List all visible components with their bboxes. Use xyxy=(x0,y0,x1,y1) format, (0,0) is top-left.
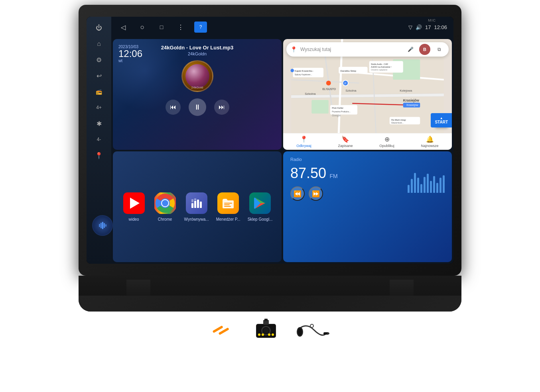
svg-text:Google: Google xyxy=(332,114,341,117)
app-label-play-store: Sklep Googl... xyxy=(248,217,273,221)
maps-search-input[interactable]: Wyszukaj tutaj xyxy=(300,47,402,52)
artist-name: 24kGoldn xyxy=(188,51,207,56)
app-item-files[interactable]: Menedżer P... xyxy=(216,192,240,221)
svg-point-68 xyxy=(272,333,274,336)
radio-content: 87.50 FM ⏪ ⏩ xyxy=(290,165,445,201)
wifi-icon: ▽ xyxy=(408,24,412,30)
radio-frequency-area: 87.50 FM ⏪ ⏩ xyxy=(290,165,401,201)
svg-text:Strefa Audio - CAR: Strefa Audio - CAR xyxy=(371,63,388,65)
svg-text:Kajaki Krasieńka -: Kajaki Krasieńka - xyxy=(295,70,314,72)
volume-status-icon: 🔊 xyxy=(416,24,422,30)
maps-nav-najnowsze[interactable]: 🔔 Najnowsze xyxy=(421,135,439,148)
maps-pin-icon: 📍 xyxy=(290,46,297,53)
svg-point-64 xyxy=(263,328,269,333)
device-body: MIC ⏻ ⌂ ⚙ ↩ 📻 4+ ✱ 4- 📍 ◁ ○ □ ⋮ ? xyxy=(79,5,461,276)
wave-bar-8 xyxy=(430,181,432,193)
radio-freq-value: 87.50 xyxy=(290,165,326,181)
main-content: 2023/10/03 12:06 wt 24kGoldn - Love Or L… xyxy=(111,37,453,264)
youtube-icon xyxy=(123,192,145,214)
maps-user-avatar[interactable]: B xyxy=(419,44,430,55)
volume-up-icon[interactable]: 4+ xyxy=(92,100,106,115)
svg-text:Danielka Sklep: Danielka Sklep xyxy=(341,70,357,72)
svg-rect-54 xyxy=(101,223,102,228)
maps-nav-zapisane[interactable]: 🔖 Zapisane xyxy=(338,135,353,148)
app-item-equalizer[interactable]: Wyrównywа... xyxy=(184,192,209,221)
back-icon[interactable]: ↩ xyxy=(92,69,106,83)
radio-frequency-display: 87.50 FM xyxy=(290,165,401,182)
microphone-cable xyxy=(294,318,330,342)
day-display: wt xyxy=(118,59,142,63)
play-pause-button[interactable]: ⏸ xyxy=(189,98,206,116)
battery-level: 17 xyxy=(425,24,431,30)
mic-label: MIC xyxy=(428,18,436,22)
svg-rect-48 xyxy=(191,199,193,202)
maps-mic-button[interactable]: 🎤 xyxy=(405,44,416,55)
svg-rect-70 xyxy=(264,319,268,321)
power-icon[interactable]: ⏻ xyxy=(92,21,106,35)
prev-track-button[interactable]: ⏮ xyxy=(166,100,181,115)
app-item-play-store[interactable]: Sklep Googl... xyxy=(248,192,273,221)
volume-down-icon[interactable]: 4- xyxy=(92,132,106,147)
saved-icon: 🔖 xyxy=(341,135,349,143)
radio-prev-button[interactable]: ⏪ xyxy=(290,186,305,201)
pry-tools xyxy=(210,320,238,340)
nav-bar: ◁ ○ □ ⋮ ? ▽ 🔊 17 12:06 xyxy=(111,17,453,37)
bluetooth-icon[interactable]: ✱ xyxy=(92,116,106,131)
apps-panel: wideo xyxy=(113,151,282,262)
map-start-button[interactable]: ▲ START xyxy=(431,113,452,127)
play-store-icon xyxy=(249,192,271,214)
music-panel: 2023/10/03 12:06 wt 24kGoldn - Love Or L… xyxy=(113,39,282,150)
maps-shortcut-icon[interactable]: ? xyxy=(194,22,207,33)
maps-nav-opublikuj[interactable]: ⊕ Opublikuj xyxy=(379,135,394,148)
svg-rect-45 xyxy=(194,201,196,208)
settings-icon[interactable]: ⚙ xyxy=(92,53,106,67)
accessories-row xyxy=(210,318,330,342)
screen: MIC ⏻ ⌂ ⚙ ↩ 📻 4+ ✱ 4- 📍 ◁ ○ □ ⋮ ? xyxy=(87,17,453,264)
radio-band: FM xyxy=(330,173,338,179)
app-label-equalizer: Wyrównywа... xyxy=(184,217,209,221)
home-icon[interactable]: ⌂ xyxy=(92,37,106,51)
voice-button[interactable] xyxy=(92,215,113,236)
wave-bar-12 xyxy=(443,175,445,193)
svg-rect-47 xyxy=(200,202,202,208)
app-label-files: Menedżer P... xyxy=(216,217,240,221)
svg-text:Glazurnicze...: Glazurnicze... xyxy=(391,122,404,124)
wave-bar-9 xyxy=(433,176,435,193)
svg-text:Piotr Keller: Piotr Keller xyxy=(332,107,343,109)
radio-next-button[interactable]: ⏩ xyxy=(309,186,323,201)
apps-grid: wideo xyxy=(122,192,273,221)
wave-bar-7 xyxy=(427,174,429,193)
app-item-wideo[interactable]: wideo xyxy=(122,192,146,221)
radio-icon[interactable]: 📻 xyxy=(92,84,106,99)
device-mount xyxy=(79,276,461,312)
wave-bar-11 xyxy=(439,178,441,193)
svg-text:Fliz-Mark Usługi: Fliz-Mark Usługi xyxy=(391,119,406,121)
maps-search-bar[interactable]: 📍 Wyszukaj tutaj 🎤 B ⧉ xyxy=(286,42,449,57)
maps-layer-button[interactable]: ⧉ xyxy=(434,44,445,55)
location-icon[interactable]: 📍 xyxy=(92,148,106,163)
back-nav-icon[interactable]: ◁ xyxy=(118,22,129,33)
svg-text:Krasiejów: Krasiejów xyxy=(403,98,420,102)
chrome-icon xyxy=(154,192,176,214)
device-shell: MIC ⏻ ⌂ ⚙ ↩ 📻 4+ ✱ 4- 📍 ◁ ○ □ ⋮ ? xyxy=(75,5,465,387)
next-track-button[interactable]: ⏭ xyxy=(214,100,229,115)
status-bar: ▽ 🔊 17 12:06 xyxy=(408,24,447,30)
saved-label: Zapisane xyxy=(338,144,353,148)
svg-rect-51 xyxy=(224,204,230,205)
home-nav-icon[interactable]: ○ xyxy=(137,22,148,33)
svg-text:Spływy Kajakowe...: Spływy Kajakowe... xyxy=(295,73,312,76)
discover-label: Odkrywaj xyxy=(296,144,311,148)
svg-point-43 xyxy=(162,200,168,206)
more-menu-icon[interactable]: ⋮ xyxy=(175,22,186,33)
svg-text:EL'GUSTO: EL'GUSTO xyxy=(322,87,336,90)
status-time: 12:06 xyxy=(434,24,447,30)
app-item-chrome[interactable]: Chrome xyxy=(153,192,177,221)
svg-text:Szkolna: Szkolna xyxy=(305,92,316,96)
recents-nav-icon[interactable]: □ xyxy=(156,22,167,33)
svg-point-75 xyxy=(310,324,313,327)
maps-nav-odkrywaj[interactable]: 📍 Odkrywaj xyxy=(296,135,311,148)
radio-title: Radio xyxy=(290,157,445,162)
album-label: 24kGold xyxy=(191,86,203,89)
svg-text:Krasiejów: Krasiejów xyxy=(406,104,418,107)
svg-text:AUDIO na Androidzie !: AUDIO na Androidzie ! xyxy=(371,66,391,68)
